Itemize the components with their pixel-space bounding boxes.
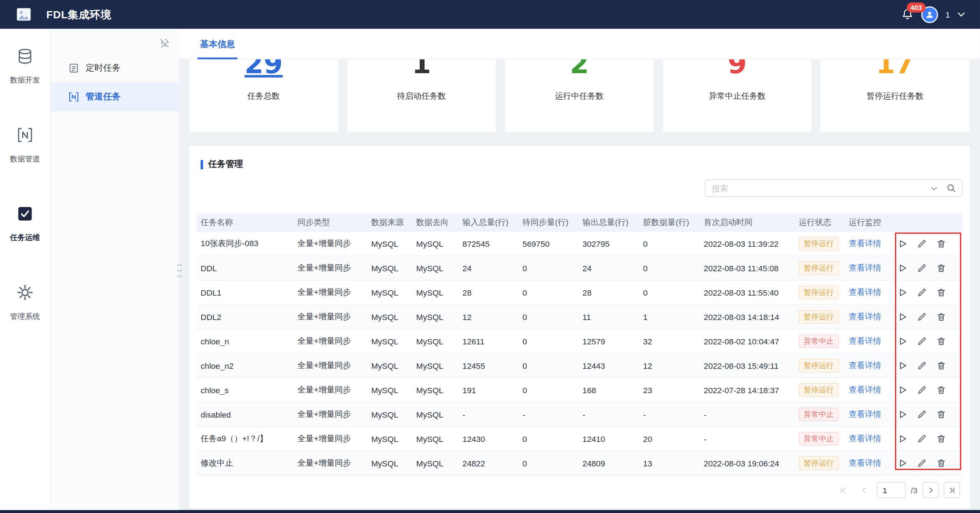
pin-icon[interactable] (159, 38, 170, 49)
view-details-link[interactable]: 查看详情 (849, 287, 881, 297)
notifications-button[interactable]: 403 (901, 8, 914, 21)
cell-first-start-time: - (700, 434, 795, 443)
edit-task-button[interactable] (917, 458, 927, 468)
delete-task-button[interactable] (936, 409, 946, 419)
run-task-button[interactable] (897, 360, 908, 371)
table-row[interactable]: 10张表同步-083 全量+增量同步 MySQL MySQL 872545 56… (197, 232, 963, 256)
chevron-down-icon[interactable] (958, 12, 965, 17)
cell-pending-total: 0 (519, 434, 579, 443)
view-details-link[interactable]: 查看详情 (849, 385, 881, 394)
edit-icon (917, 458, 927, 468)
run-task-button[interactable] (897, 458, 908, 468)
delete-task-button[interactable] (936, 336, 946, 346)
edit-task-button[interactable] (917, 360, 927, 371)
cell-dirty-total: 23 (639, 385, 700, 395)
run-task-button[interactable] (897, 287, 908, 297)
run-task-button[interactable] (897, 409, 908, 419)
stat-value[interactable]: 29 (189, 59, 338, 83)
delete-task-button[interactable] (936, 458, 946, 468)
sidebar-item-task-ops[interactable]: 任务运维 (0, 205, 50, 284)
status-badge: 异常中止 (799, 432, 839, 446)
search-icon[interactable] (946, 183, 956, 193)
edit-task-button[interactable] (917, 287, 927, 297)
view-details-link[interactable]: 查看详情 (849, 239, 881, 248)
status-badge: 暂停运行 (799, 456, 839, 470)
chevron-down-icon[interactable] (931, 186, 937, 190)
sidebar-item-data-dev[interactable]: 数据开发 (0, 47, 50, 126)
view-details-link[interactable]: 查看详情 (849, 458, 881, 467)
last-page-button[interactable] (944, 482, 960, 498)
doc-icon (68, 62, 79, 73)
next-page-button[interactable] (923, 482, 939, 498)
sidebar-item-data-pipeline[interactable]: 数据管道 (0, 126, 50, 205)
edit-task-button[interactable] (917, 312, 927, 322)
cell-run-monitor: 查看详情 (845, 263, 894, 274)
status-badge: 异常中止 (799, 335, 839, 348)
title-accent-bar (200, 159, 203, 169)
table-row[interactable]: DDL2 全量+增量同步 MySQL MySQL 12 0 11 1 2022-… (197, 305, 963, 329)
delete-task-button[interactable] (936, 263, 946, 273)
run-task-button[interactable] (897, 263, 908, 273)
run-task-button[interactable] (897, 312, 908, 322)
run-task-button[interactable] (897, 336, 908, 346)
edit-task-button[interactable] (917, 239, 927, 249)
run-task-button[interactable] (897, 239, 908, 249)
run-task-button[interactable] (897, 385, 908, 395)
cell-actions (894, 360, 963, 371)
table-row[interactable]: disabled 全量+增量同步 MySQL MySQL - - - - - 异… (197, 403, 963, 427)
delete-task-button[interactable] (936, 360, 946, 371)
menu-item-pipeline-tasks[interactable]: 管道任务 (51, 83, 179, 111)
table-row[interactable]: 任务a9（）+!？/】 全量+增量同步 MySQL MySQL 12430 0 … (197, 427, 963, 451)
delete-task-button[interactable] (936, 312, 946, 322)
table-row[interactable]: chloe_n 全量+增量同步 MySQL MySQL 12611 0 1257… (197, 329, 963, 354)
status-badge: 暂停运行 (799, 261, 839, 275)
stats-row: 29 任务总数 1 待启动任务数 2 运行中任务数 9 异常中止任务数 17 暂… (179, 59, 980, 132)
table-row[interactable]: chloe_n2 全量+增量同步 MySQL MySQL 12455 0 124… (197, 354, 963, 378)
view-details-link[interactable]: 查看详情 (849, 360, 881, 370)
tab-basic-info[interactable]: 基本信息 (198, 39, 238, 59)
cell-input-total: 24 (459, 263, 519, 272)
delete-task-button[interactable] (936, 385, 946, 395)
view-details-link[interactable]: 查看详情 (849, 336, 881, 346)
table-row[interactable]: DDL 全量+增量同步 MySQL MySQL 24 0 24 0 2022-0… (197, 256, 963, 280)
edit-task-button[interactable] (917, 385, 927, 395)
play-icon (897, 360, 908, 371)
search-box[interactable] (705, 179, 963, 197)
view-details-link[interactable]: 查看详情 (849, 312, 881, 321)
trash-icon (936, 434, 946, 444)
view-details-link[interactable]: 查看详情 (849, 263, 881, 272)
primary-sidebar: 数据开发 数据管道 任务运维 管理系统 (0, 29, 50, 510)
edit-icon (917, 263, 927, 273)
cell-task-name: DDL1 (197, 288, 294, 297)
cell-target: MySQL (412, 288, 459, 297)
sidebar-item-admin[interactable]: 管理系统 (0, 284, 50, 363)
status-badge: 暂停运行 (799, 310, 839, 323)
sidebar-item-label: 任务运维 (10, 233, 40, 243)
cell-run-status: 暂停运行 (795, 261, 845, 275)
table-row[interactable]: chloe_s 全量+增量同步 MySQL MySQL 191 0 168 23… (197, 378, 963, 403)
delete-task-button[interactable] (936, 239, 946, 249)
edit-task-button[interactable] (917, 409, 927, 419)
view-details-link[interactable]: 查看详情 (849, 434, 881, 443)
search-input[interactable] (706, 180, 931, 196)
trash-icon (936, 287, 946, 297)
cell-sync-type: 全量+增量同步 (294, 311, 368, 322)
edit-task-button[interactable] (917, 336, 927, 346)
table-header-row: 任务名称 同步类型 数据来源 数据去向 输入总量(行) 待同步量(行) 输出总量… (197, 213, 963, 232)
edit-task-button[interactable] (917, 434, 927, 444)
menu-item-scheduled-tasks[interactable]: 定时任务 (51, 54, 179, 83)
view-details-link[interactable]: 查看详情 (849, 409, 881, 419)
page-number-input[interactable] (877, 482, 906, 498)
first-page-button[interactable] (834, 482, 851, 498)
drag-handle[interactable] (176, 261, 183, 280)
stat-label: 运行中任务数 (505, 91, 654, 102)
run-task-button[interactable] (897, 434, 908, 444)
edit-task-button[interactable] (917, 263, 927, 273)
table-row[interactable]: 修改中止 全量+增量同步 MySQL MySQL 24822 0 24809 1… (197, 451, 963, 476)
prev-page-button[interactable] (856, 482, 872, 498)
edit-icon (917, 312, 927, 322)
delete-task-button[interactable] (936, 434, 946, 444)
delete-task-button[interactable] (936, 287, 946, 297)
table-row[interactable]: DDL1 全量+增量同步 MySQL MySQL 28 0 28 0 2022-… (197, 280, 963, 305)
cell-target: MySQL (412, 385, 459, 395)
